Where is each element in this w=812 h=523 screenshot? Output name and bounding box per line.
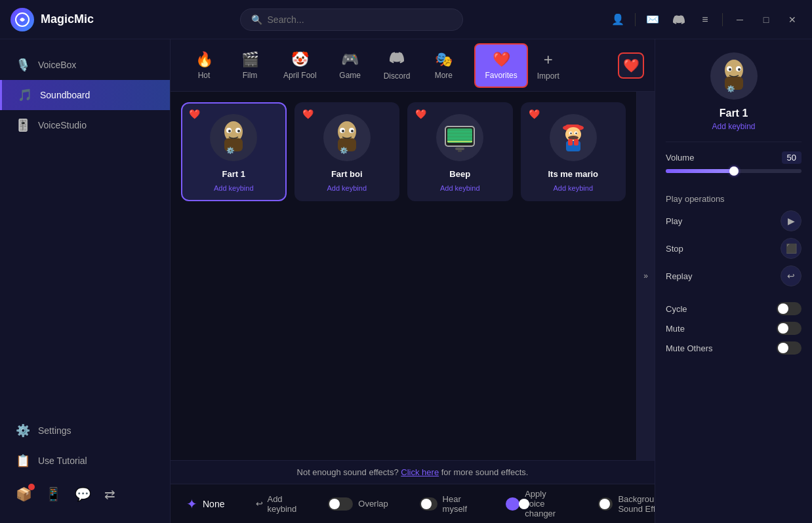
april-fool-icon: 🤡 (291, 51, 309, 68)
cycle-toggle-row: Cycle (666, 302, 802, 315)
svg-rect-37 (574, 139, 579, 145)
add-keybind-button[interactable]: ↩ Add keybind (256, 494, 296, 514)
not-enough-bar: Not enough sound effects? Click here for… (171, 460, 655, 484)
export-icon[interactable]: 📦 (16, 486, 32, 502)
close-button[interactable]: ✕ (783, 10, 802, 29)
svg-point-15 (351, 130, 354, 132)
replay-button[interactable]: ↩ (781, 265, 802, 286)
svg-rect-19 (447, 128, 472, 143)
mute-toggle[interactable] (777, 322, 802, 335)
sidebar-item-voicestudio[interactable]: 🎚️ VoiceStudio (0, 110, 170, 140)
app-title: MagicMic (41, 12, 94, 26)
favorites-heart-icon: ❤️ (493, 51, 510, 68)
chat-icon[interactable]: 💬 (75, 486, 91, 502)
play-button[interactable]: ▶ (781, 210, 802, 231)
svg-point-6 (228, 130, 231, 132)
panel-sound-name: Fart 1 (720, 107, 748, 119)
overlap-label: Overlap (358, 499, 388, 509)
panel-keybind-link[interactable]: Add keybind (712, 122, 755, 131)
sidebar-item-voicebox[interactable]: 🎙️ VoiceBox (0, 50, 170, 80)
not-enough-text: Not enough sound effects? (297, 467, 399, 477)
sidebar-item-soundboard[interactable]: 🎵 Soundboard (0, 80, 170, 110)
play-op-label-stop: Stop (666, 244, 683, 254)
volume-fill (666, 169, 734, 173)
sound-grid-area: ❤️ ⚙️ (171, 92, 636, 460)
titlebar: MagicMic 🔍 👤 ✉️ ≡ ─ □ ✕ (0, 0, 812, 39)
search-bar[interactable]: 🔍 (240, 9, 463, 31)
transfer-icon[interactable]: ⇄ (104, 486, 115, 502)
background-sound-toggle[interactable] (598, 497, 613, 511)
volume-slider[interactable] (666, 169, 802, 173)
svg-rect-36 (568, 139, 573, 145)
card-keybind-mario[interactable]: Add keybind (553, 184, 593, 192)
play-op-row-stop: Stop ⬛ (666, 238, 802, 259)
grid-area-wrapper: ❤️ ⚙️ (171, 92, 655, 460)
titlebar-right: 👤 ✉️ ≡ ─ □ ✕ (609, 10, 802, 29)
sidebar-label-voicebox: VoiceBox (38, 60, 76, 70)
mail-icon[interactable]: ✉️ (643, 10, 662, 29)
sound-card-fartboi[interactable]: ❤️ ⚙️ Fart boi (294, 102, 400, 201)
export-badge (28, 484, 35, 490)
mute-label: Mute (666, 324, 685, 334)
menu-icon[interactable]: ≡ (696, 10, 714, 29)
tab-favorites[interactable]: ❤️ Favorites (474, 43, 527, 88)
mobile-icon[interactable]: 📱 (45, 486, 62, 502)
card-heart-icon2: ❤️ (302, 109, 314, 119)
svg-text:⚙️: ⚙️ (727, 85, 735, 93)
svg-point-33 (575, 132, 577, 134)
voice-star-icon: ✦ (186, 496, 197, 512)
discord-icon[interactable] (670, 10, 688, 29)
tab-april-fool-label: April Fool (283, 71, 317, 80)
sound-card-beep[interactable]: ❤️ (407, 102, 513, 201)
bottom-bar: ✦ None ↩ Add keybind Overlap Hear myself (171, 484, 655, 523)
import-plus-icon: + (544, 50, 553, 69)
overlap-toggle[interactable] (328, 497, 353, 511)
cycle-toggle[interactable] (777, 302, 802, 315)
tab-discord[interactable]: Discord (373, 45, 421, 86)
sidebar-item-tutorial[interactable]: 📋 Use Tutorial (0, 446, 170, 476)
tab-hot[interactable]: 🔥 Hot (181, 46, 227, 85)
card-icon-mario (547, 111, 599, 164)
maximize-button[interactable]: □ (757, 10, 775, 29)
mute-others-toggle[interactable] (777, 341, 802, 355)
profile-icon[interactable]: 👤 (609, 10, 627, 29)
tab-more[interactable]: 🎭 More (420, 46, 466, 85)
play-icon: ▶ (788, 216, 795, 226)
apply-voice-toggle[interactable] (506, 497, 519, 511)
film-icon: 🎬 (241, 51, 259, 68)
tab-april-fool[interactable]: 🤡 April Fool (273, 46, 327, 85)
sidebar-item-settings[interactable]: ⚙️ Settings (0, 416, 170, 446)
mute-others-toggle-row: Mute Others (666, 341, 802, 355)
card-name-fart1: Fart 1 (222, 169, 245, 179)
tab-film[interactable]: 🎬 Film (227, 46, 273, 85)
card-keybind-fartboi[interactable]: Add keybind (327, 184, 367, 192)
settings-icon: ⚙️ (16, 423, 30, 438)
not-enough-link[interactable]: Click here (401, 467, 439, 477)
apply-voice-toggle-group: Apply voice changer (506, 489, 567, 518)
sound-card-mario[interactable]: ❤️ (521, 102, 626, 201)
sidebar: 🎙️ VoiceBox 🎵 Soundboard 🎚️ VoiceStudio … (0, 39, 171, 523)
card-heart-icon4: ❤️ (529, 109, 540, 119)
sound-card-fart1[interactable]: ❤️ ⚙️ (181, 102, 287, 201)
volume-thumb[interactable] (729, 166, 739, 176)
search-input[interactable] (268, 14, 452, 25)
sidebar-label-voicestudio: VoiceStudio (38, 120, 87, 130)
voicestudio-icon: 🎚️ (16, 118, 30, 132)
play-op-label-replay: Replay (666, 271, 692, 281)
hear-myself-toggle[interactable] (420, 497, 437, 511)
replay-icon: ↩ (787, 271, 795, 281)
discord-cat-icon (390, 50, 404, 69)
card-keybind-fart1[interactable]: Add keybind (214, 184, 254, 192)
minimize-button[interactable]: ─ (731, 10, 749, 29)
card-keybind-beep[interactable]: Add keybind (440, 184, 480, 192)
favorite-toggle-button[interactable]: ❤️ (618, 52, 644, 79)
stop-button[interactable]: ⬛ (781, 238, 802, 259)
tab-more-label: More (435, 71, 453, 80)
tab-game-label: Game (339, 71, 361, 80)
volume-value: 50 (782, 151, 802, 164)
soundboard-icon: 🎵 (18, 88, 32, 102)
collapse-panel-button[interactable]: » (636, 92, 655, 460)
tab-game[interactable]: 🎮 Game (327, 46, 373, 85)
voice-selector[interactable]: ✦ None (186, 496, 224, 512)
tab-import[interactable]: + Import (528, 44, 569, 87)
